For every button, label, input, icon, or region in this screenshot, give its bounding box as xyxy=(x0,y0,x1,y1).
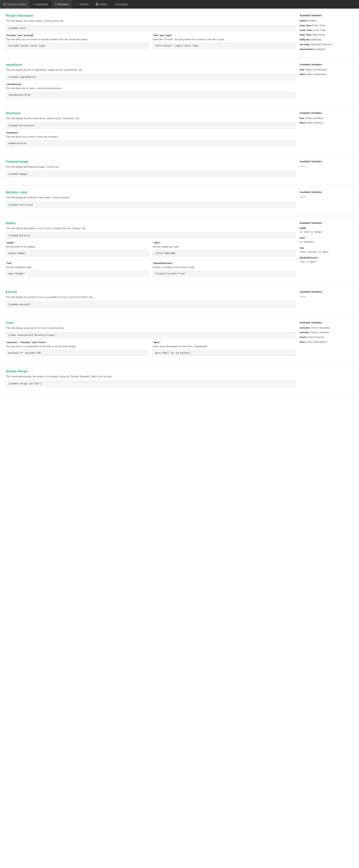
code-main-timer: [timer minutes=5]5 Minutes[/timer] xyxy=(6,332,296,338)
code-main-display-recipe: [cooked-recipe id="192"] xyxy=(6,380,296,387)
avail-detail-gallery-3: "true" or "false" xyxy=(300,260,353,264)
section-desc-ingredients: This will display the list of ingredient… xyxy=(6,68,296,72)
section-desc-featured-image: This will display the featured image, if… xyxy=(6,165,296,169)
nav-label-5: Shortcodes xyxy=(115,3,128,6)
var-desc-0: (Time in seconds) xyxy=(310,326,330,329)
sub-code-timer-1: desc="Boil for 20 minutes" xyxy=(153,350,296,356)
avail-title-nutrition-label: Available Variables xyxy=(300,191,353,193)
avail-var-recipe-information-4: difficulty (Difficulty) xyxy=(300,38,353,42)
section-title-timer: Timer xyxy=(6,321,296,324)
nav-label-2: Directions xyxy=(58,3,69,6)
sub-desc-gallery-0: Set the width of the gallery. xyxy=(6,245,149,249)
nav-item-layout---content[interactable]: ⊞Layout & Content xyxy=(0,0,30,8)
code-main-recipe-information: [cooked-info] xyxy=(6,25,296,31)
section-left-excerpt: ExcerptThis will display the excerpt, if… xyxy=(6,290,296,310)
avail-none-excerpt: None xyxy=(300,295,353,298)
top-navigation: ⊞Layout & Content≡Ingredients≡Directions… xyxy=(0,0,359,9)
nav-item-shortcodes[interactable]: Shortcodes xyxy=(111,0,131,8)
sub-code-gallery-2: nav="thumbs" xyxy=(6,271,149,277)
sub-title-gallery-0: "width" xyxy=(6,241,149,244)
var-desc-0: (Author) xyxy=(308,19,317,22)
var-desc-2: (Cook Time) xyxy=(312,29,326,32)
sub-title-timer-1: "desc" xyxy=(153,341,296,344)
section-left-featured-image: Featured ImageThis will display the feat… xyxy=(6,160,296,180)
var-desc-1: (Time in minutes) xyxy=(310,331,329,334)
sub-section-timer-0: "seconds", "minutes" and "hours"Use just… xyxy=(6,341,149,359)
sub-title-ingredients-0: "checkboxes" xyxy=(6,83,296,86)
sub-title-recipe-information-0: "include" and "exclude" xyxy=(6,34,149,37)
var-desc-1: (Hide checkboxes) xyxy=(306,73,327,76)
sub-section-gallery-0: "width"Set the width of the gallery.widt… xyxy=(6,241,149,259)
sub-title-directions-0: "numbers" xyxy=(6,131,296,134)
avail-var-gallery-3: allowfullscreen xyxy=(300,256,353,260)
code-main-directions: [cooked-directions] xyxy=(6,122,296,129)
nav-icon-2: ≡ xyxy=(55,3,57,6)
var-name: allowfullscreen xyxy=(300,256,318,259)
avail-title-excerpt: Available Variables xyxy=(300,290,353,293)
sub-section-recipe-information-0: "include" and "exclude"This will allow y… xyxy=(6,34,149,52)
avail-title-ingredients: Available Variables xyxy=(300,63,353,66)
sub-code-ingredients-0: checkboxes=false xyxy=(6,92,296,98)
sub-code-directions-0: numbers=false xyxy=(6,140,296,146)
nav-icon-1: ≡ xyxy=(33,3,34,6)
nav-label-4: Gallery xyxy=(99,3,107,6)
section-right-excerpt: Available VariablesNone xyxy=(300,290,353,310)
var-name: nav xyxy=(300,246,304,249)
sub-code-gallery-0: width="350px" xyxy=(6,250,149,256)
sub-sections-row1-gallery: "width"Set the width of the gallery.widt… xyxy=(6,241,296,259)
var-desc-6: (Category) xyxy=(314,48,326,51)
avail-title-gallery: Available Variables xyxy=(300,221,353,224)
section-title-directions: Directions xyxy=(6,112,296,115)
section-left-directions: DirectionsThis will display the list of … xyxy=(6,112,296,149)
var-name-3: desc xyxy=(300,340,305,343)
var-name-1: prep_time xyxy=(300,24,311,27)
section-timer: TimerThis will display a special link to… xyxy=(0,316,359,364)
section-title-nutrition-label: Nutrition Label xyxy=(6,191,296,194)
section-right-display-recipe xyxy=(300,370,353,390)
nav-label-3: Nutrition xyxy=(80,3,89,6)
nav-item-nutrition[interactable]: ♡Nutrition xyxy=(72,0,92,8)
avail-var-gallery-0: width xyxy=(300,226,353,230)
nav-item-gallery[interactable]: 🖼Gallery xyxy=(92,0,111,8)
var-name-2: cook_time xyxy=(300,29,312,32)
sub-sections-row2-gallery: "nav"Set the navigation style.nav="thumb… xyxy=(6,262,296,280)
sub-title-gallery-2: "nav" xyxy=(6,262,149,265)
var-desc-2: (Time in hours) xyxy=(307,336,324,339)
nav-label-0: Layout & Content xyxy=(7,3,26,6)
section-left-display-recipe: Display RecipeThis shortcode displays th… xyxy=(6,370,296,390)
section-right-ingredients: Available Variablestrue (Show checkboxes… xyxy=(300,63,353,101)
section-left-timer: TimerThis will display a special link to… xyxy=(6,321,296,359)
section-ingredients: IngredientsThis will display the list of… xyxy=(0,58,359,106)
avail-var-ingredients-1: false (Hide checkboxes) xyxy=(300,72,353,76)
section-left-ingredients: IngredientsThis will display the list of… xyxy=(6,63,296,101)
section-desc-recipe-information: This will display the recipe author, coo… xyxy=(6,19,296,23)
nav-item-ingredients[interactable]: ≡Ingredients xyxy=(30,0,52,8)
section-right-nutrition-label: Available VariablesNone xyxy=(300,191,353,211)
section-title-display-recipe: Display Recipe xyxy=(6,370,296,373)
sub-desc-recipe-information-0: This will allow you to include or exclud… xyxy=(6,37,149,41)
sub-code-gallery-3: allowfullscreen="true" xyxy=(153,271,296,277)
sub-code-recipe-information-0: include="author,total_time" xyxy=(6,43,149,49)
avail-var-directions-0: true (Show numbers) xyxy=(300,116,353,120)
sub-desc-timer-0: Use just one or a combination of all thr… xyxy=(6,344,149,348)
section-title-excerpt: Excerpt xyxy=(6,290,296,294)
avail-none-featured-image: None xyxy=(300,165,353,168)
section-directions: DirectionsThis will display the list of … xyxy=(0,106,359,155)
avail-title-recipe-information: Available Variables xyxy=(300,14,353,17)
var-desc-0: (Show checkboxes) xyxy=(305,68,327,71)
sub-section-gallery-2: "nav"Set the navigation style.nav="thumb… xyxy=(6,262,149,280)
sub-desc-gallery-2: Set the navigation style. xyxy=(6,266,149,269)
sub-title-timer-0: "seconds", "minutes" and "hours" xyxy=(6,341,149,344)
nav-item-directions[interactable]: ≡Directions xyxy=(52,0,72,8)
section-right-featured-image: Available VariablesNone xyxy=(300,160,353,180)
sub-code-recipe-information-1: left="author" right="total_time xyxy=(153,43,296,49)
var-name-2: hours xyxy=(300,336,306,339)
section-title-ingredients: Ingredients xyxy=(6,63,296,66)
sub-sections-recipe-information: "include" and "exclude"This will allow y… xyxy=(6,34,296,52)
section-recipe-information: Recipe InformationThis will display the … xyxy=(0,9,359,58)
sub-code-timer-0: minutes="5" seconds="30" xyxy=(6,350,149,356)
sub-desc-gallery-1: Set the image size ratio. xyxy=(153,245,296,249)
sub-section-gallery-3: "allowfullscreen"Enable or disable "Full… xyxy=(153,262,296,280)
avail-var-timer-3: desc (Timer Description) xyxy=(300,340,353,344)
avail-detail-gallery-0: ex: "80%" or "300px" xyxy=(300,230,353,234)
